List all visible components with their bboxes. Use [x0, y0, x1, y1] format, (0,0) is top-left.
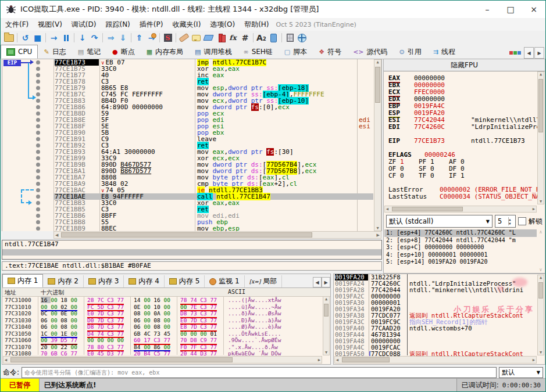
stack-row[interactable]: 0019FA4446781394	[334, 332, 545, 338]
register-row[interactable]: EDX00000000	[384, 96, 545, 103]
tab-cpu[interactable]: CPU	[1, 45, 38, 59]
maximize-button[interactable]: □	[499, 1, 522, 18]
register-row[interactable]: EBP0019FA4C	[384, 103, 545, 110]
stack-vscrollbar[interactable]: ▲▼	[537, 275, 544, 355]
register-row[interactable]: EBX00000000	[384, 82, 545, 89]
register-row[interactable]: LastStatusC0000034 (STATUS_OBJECT_NA	[384, 193, 545, 200]
comments-icon[interactable]	[190, 32, 202, 44]
register-row[interactable]: EDI77C4260C"LdrpInitializePro	[384, 124, 545, 131]
tab-线程[interactable]: ⇉线程	[427, 45, 461, 59]
run-to-selection-icon[interactable]: ⇓	[117, 32, 129, 44]
dump-tab-监视1[interactable]: 监视 1	[205, 275, 244, 287]
dump-tab-scroll-right[interactable]: ▶	[322, 277, 330, 287]
tab-调用堆栈[interactable]: ▤调用堆栈	[189, 45, 237, 59]
dump-row[interactable]: 77C3100016 00 18 0028 7C C3 7714 00 16 0…	[2, 297, 330, 304]
disassembly-panel[interactable]: 77CE1B73∨EB 07jmp ntdll.77CE1B7C77CE1B75…	[2, 59, 382, 231]
unlock-checkbox[interactable]	[518, 217, 526, 225]
memory-dump-panel[interactable]: 内存 1内存 2内存 3内存 4内存 5监视 1[x=]局部 ◀ ▶ 地址 十六…	[2, 274, 331, 365]
dump-row[interactable]: 77C3103006 00 08 00D0 7D C3 7706 00 08 0…	[2, 317, 330, 324]
registers-vscrollbar[interactable]: ▲▼	[537, 71, 544, 204]
dump-hscrollbar[interactable]: ◀▶	[3, 356, 322, 364]
args-vscrollbar[interactable]: ∧∨	[537, 229, 544, 272]
arg-row[interactable]: 5: [esp+14] 0019FA20 0019FA20	[384, 258, 537, 266]
handles-icon[interactable]	[509, 51, 521, 55]
registers-panel[interactable]: 隐藏FPU EAX00000000EBX00000000ECXFFEC0000E…	[383, 59, 545, 274]
menu-d[interactable]: 调试(D)	[67, 20, 101, 30]
tab-scroll-right-button[interactable]: ▶	[534, 47, 544, 59]
stack-row[interactable]: 0019FA4077CAAD20ntdll.wcstombs+70	[334, 325, 545, 332]
restart-icon[interactable]: ↺	[19, 32, 31, 44]
run-to-user-code-icon[interactable]: →	[145, 32, 158, 44]
attach-icon[interactable]	[267, 32, 280, 44]
stack-row[interactable]: 0019FA4800000000	[334, 338, 545, 344]
step-out-icon[interactable]: ⇑	[133, 32, 145, 44]
menu-o[interactable]: 选项(O)	[205, 20, 240, 30]
tab-内存布局[interactable]: ▦内存布局	[141, 45, 189, 59]
dump-col-ascii[interactable]: ASCII	[228, 289, 245, 295]
dump-tab-内存2[interactable]: 内存 2	[43, 275, 83, 287]
dump-tab-内存3[interactable]: 内存 3	[84, 275, 124, 287]
arg-row[interactable]: 2: [esp+8] 77C42044 ntdll.77C42044 "m	[384, 237, 537, 244]
dump-col-address[interactable]: 地址	[5, 289, 16, 297]
tab-符号[interactable]: ❖符号	[313, 45, 347, 59]
register-row[interactable]: ECXFFEC0000	[384, 89, 545, 96]
register-row[interactable]: CF 0TF 0IF 1	[384, 172, 545, 179]
dump-tab-内存5[interactable]: 内存 5	[165, 275, 205, 287]
tab-脚本[interactable]: ▢脚本	[279, 45, 313, 59]
disasm-hscrollbar[interactable]: ◀▶	[53, 231, 381, 239]
stop-icon[interactable]: ■	[31, 32, 44, 44]
tab-笔记[interactable]: ▤笔记	[72, 45, 106, 59]
run-icon[interactable]: →	[48, 32, 60, 44]
stack-panel[interactable]: 0019FA2031B225F80019FA2477C4260Cntdll."L…	[333, 274, 545, 365]
menu-f[interactable]: 文件(F)	[1, 20, 33, 30]
dump-row[interactable]: 77C3107020 00 22 0078 80 C3 7784 00 86 0…	[2, 344, 330, 351]
menu-n[interactable]: 跟踪(N)	[101, 20, 134, 30]
command-input[interactable]: 命令使用逗号分隔 (像汇编语言): mov eax, ebx	[22, 367, 497, 378]
stack-row[interactable]: 0019FA2C00000000	[334, 293, 545, 300]
labels-icon[interactable]	[202, 32, 215, 44]
functions-icon[interactable]: fx	[227, 32, 239, 44]
patches-icon[interactable]	[178, 32, 190, 44]
arg-row[interactable]: 1: [esp+4] 77C4260C ntdll.77C4260C "L	[384, 229, 537, 237]
tab-引用[interactable]: ⊙引用	[394, 45, 427, 59]
dump-tab-内存1[interactable]: 内存 1	[2, 274, 43, 287]
open-file-icon[interactable]	[3, 32, 15, 44]
calculator-icon[interactable]	[284, 32, 296, 44]
menu-i[interactable]: 收藏夹(I)	[167, 20, 205, 30]
minimize-button[interactable]: –	[476, 1, 499, 18]
dump-col-hex[interactable]: 十六进制	[41, 289, 64, 297]
internet-icon[interactable]	[296, 32, 308, 44]
dump-row[interactable]: 77C310501C 00 1E 00D4 74 C3 776B 4C 73 4…	[2, 330, 330, 337]
register-row[interactable]: ZF 1PF 1AF 0	[384, 159, 545, 166]
stack-args-list[interactable]: 1: [esp+4] 77C4260C ntdll.77C4260C "L2: …	[384, 229, 537, 272]
strings-icon[interactable]: A₂	[255, 32, 267, 44]
tab-seh链[interactable]: ∞SEH链	[237, 45, 278, 59]
dump-tab-局部[interactable]: [x=]局部	[245, 275, 283, 287]
ordinals-icon[interactable]: #	[239, 32, 251, 44]
pause-icon[interactable]	[60, 32, 72, 44]
dump-row[interactable]: 77C310200C 00 0E 00E0 7D C3 7708 00 0A 0…	[2, 310, 330, 317]
register-row[interactable]: EIP77CE1B73ntdll.77CE1B73	[384, 138, 545, 145]
arg-row[interactable]: 3: [esp+C] 00000000 00000000	[384, 244, 537, 251]
register-row[interactable]: OF 0SF 0DF 0	[384, 166, 545, 172]
execute-till-return-icon[interactable]: ⇒	[105, 32, 117, 44]
disasm-row[interactable]: 77CE1BB98BECmov ebp,esp	[2, 225, 381, 231]
calling-convention-select[interactable]: 默认 (stdcall)▼	[386, 215, 493, 228]
dump-tab-内存4[interactable]: 内存 4	[124, 275, 164, 287]
registers-hscrollbar[interactable]: ◀▶	[384, 206, 537, 213]
step-over-icon[interactable]: ↷	[88, 32, 101, 44]
disasm-vscrollbar[interactable]: ▲▼	[374, 59, 381, 231]
menu-p[interactable]: 插件(P)	[135, 20, 168, 30]
stack-row[interactable]: 0019FA2877C42044ntdll."minkernel\\ntdll\…	[334, 287, 545, 293]
animate-breakpoint-icon[interactable]: S	[162, 32, 174, 44]
register-row[interactable]: EAX00000000	[384, 75, 545, 82]
dump-row[interactable]: 77C3106000 39 D5 7700 00 00 0060 17 C3 7…	[2, 337, 330, 344]
menu-v[interactable]: 视图(V)	[33, 20, 67, 30]
close-button[interactable]: ×	[522, 1, 545, 18]
stack-row[interactable]: 0019FA3000000001	[334, 300, 545, 306]
stack-hscrollbar[interactable]: ◀▶	[334, 356, 537, 364]
register-row[interactable]: EFLAGS00000246	[384, 152, 545, 159]
arg-count-spinner[interactable]: 5 ▲▼	[495, 215, 516, 228]
bookmarks-icon[interactable]	[215, 32, 227, 44]
command-mode-select[interactable]: 默认▼	[499, 367, 543, 378]
